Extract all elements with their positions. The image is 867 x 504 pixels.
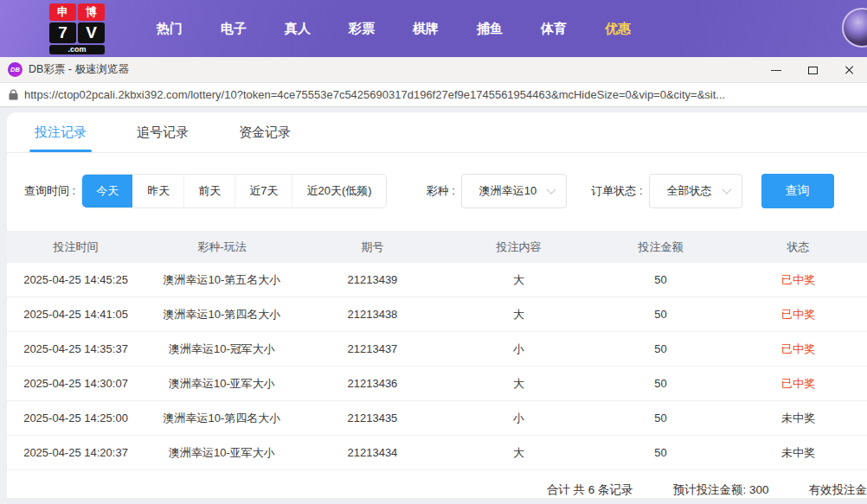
logo-cell: V (78, 22, 105, 43)
column-header: 投注金额 (592, 239, 729, 255)
window-controls (758, 57, 867, 83)
table-cell: 小 (446, 411, 592, 426)
nav-item[interactable]: 真人 (266, 21, 330, 37)
table-cell: 2025-04-25 14:20:37 (7, 446, 144, 459)
table-cell: 21213437 (299, 342, 446, 355)
logo-cell: 7 (49, 22, 76, 43)
minimize-icon (771, 70, 781, 71)
nav-item[interactable]: 捕鱼 (458, 21, 522, 37)
table-row: 2025-04-25 14:20:37澳洲幸运10-亚军大小21213434大5… (7, 436, 867, 470)
window-title: DB彩票 - 极速浏览器 (29, 62, 129, 77)
record-tabs: 投注记录追号记录资金记录 (7, 112, 867, 153)
maximize-icon (808, 67, 818, 74)
site-logo[interactable]: 申 博 7 V .com (49, 3, 105, 54)
lottery-select[interactable]: 澳洲幸运10 (461, 174, 567, 208)
close-icon (844, 65, 854, 75)
table-cell: 大 (446, 376, 592, 392)
close-button[interactable] (831, 57, 867, 83)
time-filter-group: 今天昨天前天近7天近20天(低频) (81, 174, 386, 208)
logo-cell: 申 (49, 3, 76, 21)
table-body: 2025-04-25 14:45:25澳洲幸运10-第五名大小21213439大… (7, 263, 867, 470)
records-card: 投注记录追号记录资金记录 查询时间 : 今天昨天前天近7天近20天(低频) 彩种… (7, 112, 867, 498)
lottery-select-value: 澳洲幸运10 (479, 184, 536, 197)
tab[interactable]: 投注记录 (35, 112, 87, 152)
time-option[interactable]: 今天 (82, 175, 132, 207)
nav-item[interactable]: 优惠 (586, 21, 650, 37)
table-cell: 50 (592, 377, 729, 390)
time-option[interactable]: 近7天 (234, 175, 292, 207)
summary-item: 有效投注金 (809, 482, 867, 498)
nav-item[interactable]: 电子 (202, 21, 266, 37)
table-row: 2025-04-25 14:35:37澳洲幸运10-冠军大小21213437小5… (7, 332, 867, 367)
order-status-select[interactable]: 全部状态 (649, 174, 742, 208)
logo-cell: .com (49, 45, 105, 54)
table-cell: 50 (592, 273, 729, 286)
url-text: https://ctop02pcali.2kbxi392.com/lottery… (24, 88, 725, 101)
site-header: 申 博 7 V .com 热门电子真人彩票棋牌捕鱼体育优惠 (0, 0, 867, 57)
browser-title-bar: DB DB彩票 - 极速浏览器 (0, 57, 867, 83)
status-cell: 已中奖 (729, 376, 867, 392)
maximize-button[interactable] (794, 57, 831, 83)
table-cell: 2025-04-25 14:30:07 (7, 377, 144, 390)
filter-row: 查询时间 : 今天昨天前天近7天近20天(低频) 彩种 : 澳洲幸运10 订单状… (24, 174, 867, 208)
column-header: 彩种-玩法 (144, 239, 299, 255)
table-row: 2025-04-25 14:41:05澳洲幸运10-第四名大小21213438大… (7, 297, 867, 332)
browser-favicon: DB (8, 62, 22, 77)
table-cell: 2025-04-25 14:25:00 (7, 411, 144, 424)
nav-item[interactable]: 棋牌 (394, 21, 458, 37)
customer-service-avatar[interactable] (842, 8, 867, 48)
summary-item: 预计投注金额: 300 (672, 482, 768, 498)
nav-item[interactable]: 彩票 (330, 21, 394, 37)
table-cell: 小 (446, 341, 592, 357)
table-cell: 50 (592, 308, 729, 321)
table-cell: 50 (592, 411, 729, 424)
table-cell: 21213438 (299, 308, 446, 321)
lock-icon (9, 89, 18, 100)
query-button[interactable]: 查询 (761, 174, 834, 208)
table-cell: 2025-04-25 14:35:37 (7, 342, 144, 355)
table-cell: 50 (592, 446, 729, 459)
table-summary: 合计 共 6 条记录预计投注金额: 300有效投注金 (7, 482, 867, 498)
table-cell: 21213436 (299, 377, 446, 390)
status-cell: 已中奖 (729, 307, 867, 322)
table-cell: 澳洲幸运10-第四名大小 (144, 307, 299, 322)
table-cell: 2025-04-25 14:45:25 (7, 273, 144, 286)
tab[interactable]: 追号记录 (137, 112, 189, 152)
order-status-value: 全部状态 (667, 184, 712, 197)
table-cell: 澳洲幸运10-第五名大小 (144, 272, 299, 288)
nav-item[interactable]: 热门 (138, 21, 202, 37)
table-cell: 澳洲幸运10-亚军大小 (144, 376, 299, 392)
nav-item[interactable]: 体育 (522, 21, 586, 37)
logo-cell: 博 (78, 3, 105, 21)
main-nav: 热门电子真人彩票棋牌捕鱼体育优惠 (138, 21, 650, 37)
table-cell: 澳洲幸运10-第四名大小 (144, 411, 299, 426)
page-content: 投注记录追号记录资金记录 查询时间 : 今天昨天前天近7天近20天(低频) 彩种… (0, 107, 867, 504)
table-header-row: 投注时间彩种-玩法期号投注内容投注金额状态 (7, 231, 867, 263)
table-cell: 澳洲幸运10-亚军大小 (144, 445, 299, 461)
status-cell: 已中奖 (729, 341, 867, 357)
time-filter-label: 查询时间 : (24, 183, 75, 199)
status-cell: 已中奖 (729, 272, 867, 288)
table-cell: 大 (446, 272, 592, 288)
table-cell: 澳洲幸运10-冠军大小 (144, 341, 299, 357)
column-header: 投注内容 (446, 239, 592, 255)
table-cell: 大 (446, 307, 592, 322)
summary-item: 合计 共 6 条记录 (547, 482, 633, 498)
time-option[interactable]: 近20天(低频) (292, 175, 385, 207)
table-cell: 21213434 (299, 446, 446, 459)
bet-records-table: 投注时间彩种-玩法期号投注内容投注金额状态 2025-04-25 14:45:2… (7, 231, 867, 470)
table-cell: 21213439 (299, 273, 446, 286)
time-option[interactable]: 前天 (183, 175, 234, 207)
lottery-filter-label: 彩种 : (427, 183, 455, 199)
table-row: 2025-04-25 14:45:25澳洲幸运10-第五名大小21213439大… (7, 263, 867, 297)
table-cell: 大 (446, 445, 592, 461)
tab[interactable]: 资金记录 (239, 112, 291, 152)
minimize-button[interactable] (758, 57, 794, 83)
time-option[interactable]: 昨天 (132, 175, 183, 207)
table-cell: 2025-04-25 14:41:05 (7, 308, 144, 321)
url-bar[interactable]: https://ctop02pcali.2kbxi392.com/lottery… (0, 83, 867, 107)
column-header: 状态 (729, 239, 867, 255)
status-cell: 未中奖 (729, 445, 867, 461)
table-row: 2025-04-25 14:25:00澳洲幸运10-第四名大小21213435小… (7, 401, 867, 436)
table-cell: 21213435 (299, 411, 446, 424)
